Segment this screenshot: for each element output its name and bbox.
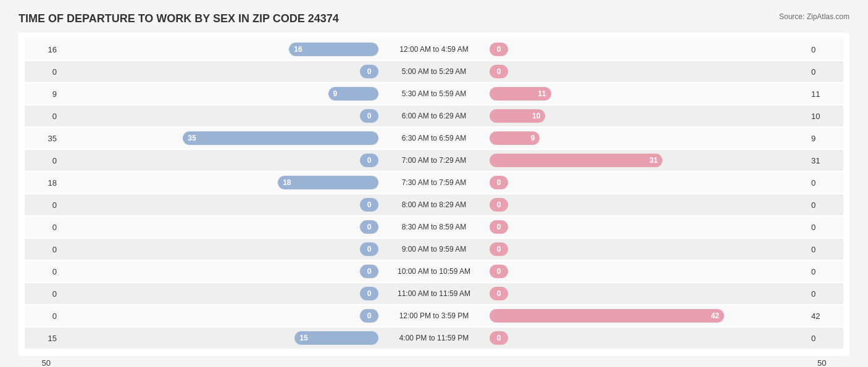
left-value: 0 [25, 112, 62, 121]
male-bar-label: 9 [333, 89, 338, 98]
time-label: 6:30 AM to 6:59 AM [378, 134, 490, 142]
bars-center: 0 7:00 AM to 7:29 AM 31 [62, 154, 806, 167]
male-zero-label: 0 [367, 245, 372, 254]
chart-source: Source: ZipAtlas.com [779, 12, 849, 21]
time-label: 8:30 AM to 8:59 AM [378, 223, 490, 231]
chart-area: 16 16 12:00 AM to 4:59 AM 0 0 0 0 5:00 A… [19, 33, 849, 356]
female-zero-label: 0 [497, 334, 501, 342]
female-bar-zero: 0 [490, 43, 508, 56]
right-value: 11 [806, 89, 843, 99]
female-bar: 10 [490, 109, 545, 123]
female-bar-zero: 0 [490, 331, 508, 345]
bars-center: 9 5:30 AM to 5:59 AM 11 [62, 87, 806, 101]
female-bar-wrap: 0 [490, 176, 749, 189]
male-bar-label: 16 [294, 45, 302, 54]
chart-row: 0 0 9:00 AM to 9:59 AM 0 0 [25, 239, 843, 260]
female-bar-label: 31 [649, 156, 657, 165]
chart-row: 9 9 5:30 AM to 5:59 AM 11 11 [25, 83, 843, 104]
left-value: 0 [25, 267, 62, 276]
male-bar-zero: 0 [360, 109, 378, 123]
bars-center: 0 8:00 AM to 8:29 AM 0 [62, 198, 806, 212]
chart-row: 0 0 11:00 AM to 11:59 AM 0 0 [25, 283, 843, 304]
female-bar-zero: 0 [490, 198, 508, 212]
time-label: 7:30 AM to 7:59 AM [378, 178, 490, 187]
female-bar-zero: 0 [490, 176, 508, 189]
bars-center: 35 6:30 AM to 6:59 AM 9 [62, 131, 806, 145]
bars-center: 0 12:00 PM to 3:59 PM 42 [62, 309, 806, 323]
time-label: 5:00 AM to 5:29 AM [378, 67, 490, 76]
male-bar-label: 35 [188, 134, 196, 142]
time-label: 12:00 PM to 3:59 PM [378, 311, 490, 320]
male-zero-label: 0 [367, 267, 372, 276]
female-zero-label: 0 [497, 245, 501, 254]
male-bar-wrap: 0 [119, 287, 378, 300]
female-bar-wrap: 0 [490, 198, 749, 212]
male-zero-label: 0 [367, 289, 372, 298]
male-bar-wrap: 0 [119, 309, 378, 323]
right-value: 31 [806, 156, 843, 165]
time-label: 8:00 AM to 8:29 AM [378, 200, 490, 209]
female-bar-wrap: 31 [490, 154, 749, 167]
male-bar-zero: 0 [360, 265, 378, 278]
female-bar-zero: 0 [490, 242, 508, 256]
female-bar-wrap: 0 [490, 220, 749, 234]
female-zero-label: 0 [497, 178, 501, 187]
male-bar-wrap: 0 [119, 109, 378, 123]
axis-row: 50 50 [19, 356, 849, 367]
male-bar-wrap: 0 [119, 198, 378, 212]
left-value: 18 [25, 178, 62, 188]
time-label: 10:00 AM to 10:59 AM [378, 267, 490, 276]
female-bar-wrap: 11 [490, 87, 749, 101]
female-bar-zero: 0 [490, 287, 508, 300]
left-value: 16 [25, 45, 62, 54]
female-bar: 9 [490, 131, 540, 145]
chart-row: 0 0 5:00 AM to 5:29 AM 0 0 [25, 61, 843, 82]
bars-center: 16 12:00 AM to 4:59 AM 0 [62, 43, 806, 56]
time-label: 4:00 PM to 11:59 PM [378, 334, 490, 342]
right-value: 0 [806, 289, 843, 299]
male-zero-label: 0 [367, 200, 372, 209]
female-zero-label: 0 [497, 45, 501, 54]
bars-center: 15 4:00 PM to 11:59 PM 0 [62, 331, 806, 345]
male-bar-wrap: 16 [119, 43, 378, 56]
right-value: 0 [806, 223, 843, 232]
male-bar-wrap: 9 [119, 87, 378, 101]
male-bar: 9 [328, 87, 378, 101]
male-bar-zero: 0 [360, 154, 378, 167]
male-bar-wrap: 35 [119, 131, 378, 145]
right-value: 10 [806, 112, 843, 121]
male-bar-zero: 0 [360, 242, 378, 256]
female-bar-zero: 0 [490, 220, 508, 234]
left-value: 0 [25, 245, 62, 254]
right-value: 0 [806, 45, 843, 54]
female-zero-label: 0 [497, 67, 501, 76]
chart-row: 0 0 6:00 AM to 6:29 AM 10 10 [25, 105, 843, 126]
female-bar-wrap: 42 [490, 309, 749, 323]
right-value: 9 [806, 134, 843, 143]
left-value: 0 [25, 200, 62, 210]
bars-center: 0 6:00 AM to 6:29 AM 10 [62, 109, 806, 123]
male-bar-label: 18 [283, 178, 291, 187]
male-zero-label: 0 [367, 311, 372, 320]
female-bar-label: 42 [711, 311, 719, 320]
bars-center: 0 11:00 AM to 11:59 AM 0 [62, 287, 806, 300]
right-value: 42 [806, 311, 843, 321]
left-value: 0 [25, 289, 62, 299]
female-bar: 42 [490, 309, 724, 323]
female-bar-wrap: 10 [490, 109, 749, 123]
male-bar-wrap: 0 [119, 220, 378, 234]
male-bar-zero: 0 [360, 198, 378, 212]
male-bar-wrap: 18 [119, 176, 378, 189]
time-label: 7:00 AM to 7:29 AM [378, 156, 490, 165]
female-zero-label: 0 [497, 289, 501, 298]
left-value: 15 [25, 334, 62, 343]
male-zero-label: 0 [367, 112, 372, 120]
right-value: 0 [806, 267, 843, 276]
chart-row: 18 18 7:30 AM to 7:59 AM 0 0 [25, 172, 843, 193]
male-bar-wrap: 0 [119, 65, 378, 78]
male-bar-zero: 0 [360, 65, 378, 78]
bars-center: 0 9:00 AM to 9:59 AM 0 [62, 242, 806, 256]
right-value: 0 [806, 334, 843, 343]
female-bar: 31 [490, 154, 662, 167]
time-label: 11:00 AM to 11:59 AM [378, 289, 490, 298]
